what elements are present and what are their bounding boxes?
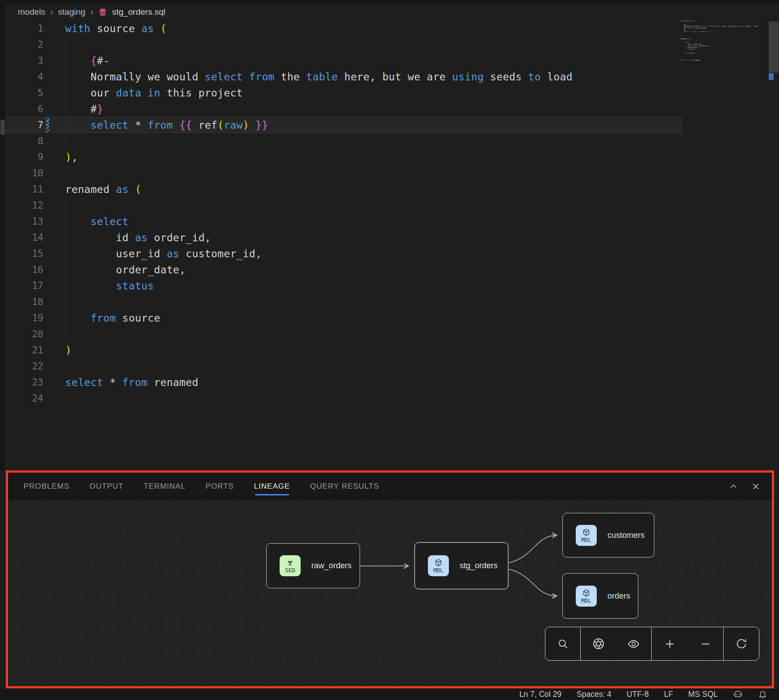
line-number: 5 [6,85,43,101]
panel-maximize-chevron-up-icon[interactable] [729,482,738,491]
code-line[interactable]: 24 [6,390,779,407]
code-text[interactable]: order_date, [65,262,186,278]
breadcrumb-item-staging[interactable]: staging [58,7,85,17]
code-line[interactable]: 1with source as ( [6,21,779,37]
code-text[interactable]: select * from {{ ref(raw) }} [65,117,268,133]
indent-guide [65,133,66,149]
panel-tab-ports[interactable]: PORTS [205,478,234,495]
code-text[interactable]: Normally we would select from the table … [65,69,573,85]
lineage-refresh-button[interactable] [724,627,759,660]
code-line[interactable]: 8 [6,133,779,149]
minimap-line [680,61,765,63]
left-rail-thumb[interactable] [0,120,5,135]
lineage-visibility-button[interactable] [616,627,651,660]
code-line[interactable]: 10 [6,165,779,181]
code-editor[interactable]: 1with source as (23 {#-4 Normally we wou… [6,21,779,407]
seed-badge: SED [280,555,301,576]
code-text[interactable]: status [65,278,154,294]
code-line[interactable]: 18 [6,294,779,310]
zoom-out-button[interactable] [687,627,723,660]
refresh-icon [735,637,748,650]
zoom-in-button[interactable] [652,627,687,660]
node-label: orders [607,591,630,601]
code-line[interactable]: 6 #} [6,101,779,117]
line-number: 1 [6,21,43,37]
code-line[interactable]: 16 order_date, [6,262,779,278]
code-line[interactable]: 11renamed as ( [6,181,779,197]
code-text[interactable]: user_id as customer_id, [65,246,262,262]
status-cursor-position[interactable]: Ln 7, Col 29 [519,690,561,699]
code-text[interactable]: select * from renamed [65,374,198,390]
line-number: 14 [6,230,43,246]
code-text[interactable]: ), [65,149,78,165]
breadcrumb-file[interactable]: stg_orders.sql [112,7,165,17]
line-number: 13 [6,214,43,230]
code-text[interactable]: #} [65,101,103,117]
code-text[interactable]: our data in this project [65,85,243,101]
code-line[interactable]: 13 select [6,214,779,230]
lineage-node-orders[interactable]: MDL orders [562,573,638,619]
search-icon [557,638,569,650]
lineage-canvas[interactable]: SED raw_orders MDL stg_orders MDL custom… [8,500,772,686]
badge-label: MDL [581,598,591,604]
code-text[interactable]: with source as ( [65,21,167,37]
code-line[interactable]: 14 id as order_id, [6,230,779,246]
code-line[interactable]: 20 [6,326,779,342]
code-line[interactable]: 23select * from renamed [6,374,779,390]
code-line[interactable]: 17 status [6,278,779,294]
panel-tab-problems[interactable]: PROBLEMS [24,478,69,495]
line-number: 4 [6,69,43,85]
aperture-icon [592,637,605,650]
node-label: raw_orders [311,561,352,570]
minimap[interactable]: with source as ( {#- Normally we would s… [680,20,765,63]
code-text[interactable]: select [65,214,129,230]
code-line[interactable]: 9), [6,149,779,165]
code-line[interactable]: 7 select * from {{ ref(raw) }} [6,117,779,133]
code-line[interactable]: 21) [6,342,779,358]
panel-tab-terminal[interactable]: TERMINAL [143,478,185,495]
status-language-mode[interactable]: MS SQL [688,690,718,699]
lineage-node-stg_orders[interactable]: MDL stg_orders [415,542,508,589]
lineage-edge [509,569,557,596]
badge-label: SED [285,567,295,573]
code-line[interactable]: 3 {#- [6,53,779,69]
code-line[interactable]: 12 [6,197,779,214]
line-number: 10 [6,165,43,181]
line-number: 2 [6,37,43,53]
panel-tab-lineage[interactable]: LINEAGE [254,478,290,495]
code-line[interactable]: 22 [6,358,779,374]
panel-tab-output[interactable]: OUTPUT [89,478,123,495]
panel-tab-query-results[interactable]: QUERY RESULTS [310,478,379,495]
lineage-capture-button[interactable] [581,627,616,660]
code-line[interactable]: 4 Normally we would select from the tabl… [6,69,779,85]
lineage-node-raw_orders[interactable]: SED raw_orders [266,543,360,588]
status-indentation[interactable]: Spaces: 4 [577,690,611,699]
model-cube-icon [434,558,443,567]
editor-scrollbar-thumb[interactable] [769,21,779,73]
copilot-icon[interactable] [733,689,743,699]
node-label: stg_orders [460,561,498,570]
code-line[interactable]: 2 [6,37,779,53]
lineage-search-button[interactable] [545,627,580,660]
code-line[interactable]: 5 our data in this project [6,85,779,101]
node-label: customers [607,531,645,540]
panel-close-icon[interactable] [751,482,760,491]
code-line[interactable]: 19 from source [6,310,779,326]
indent-guide [65,197,66,214]
line-number: 16 [6,262,43,278]
line-number: 18 [6,294,43,310]
code-text[interactable]: {#- [65,53,109,69]
notifications-bell-icon[interactable] [758,690,767,699]
status-encoding[interactable]: UTF-8 [627,690,649,699]
breadcrumb-item-models[interactable]: models [18,7,45,17]
status-eol[interactable]: LF [664,690,673,699]
code-text[interactable]: renamed as ( [65,181,141,197]
lineage-node-customers[interactable]: MDL customers [562,513,654,557]
code-text[interactable]: ) [65,342,71,358]
model-badge: MDL [428,555,449,576]
code-text[interactable]: id as order_id, [65,230,211,246]
line-number: 7 [6,117,43,133]
code-text[interactable]: from source [65,310,160,326]
model-badge: MDL [576,586,597,607]
code-line[interactable]: 15 user_id as customer_id, [6,246,779,262]
